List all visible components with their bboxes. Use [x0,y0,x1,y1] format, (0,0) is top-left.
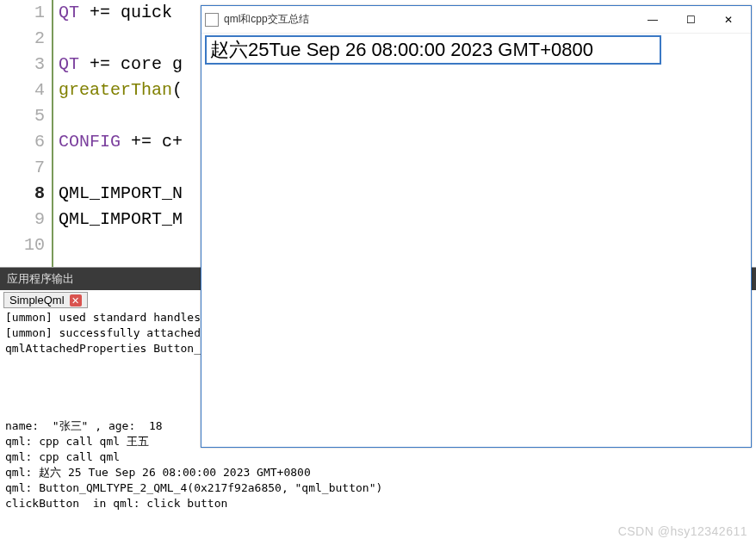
output-tab-label: SimpleQml [9,294,65,307]
line-number: 8 [0,181,45,207]
line-number: 5 [0,103,45,129]
code-line[interactable] [59,103,183,129]
line-number: 3 [0,52,45,77]
code-line[interactable]: QML_IMPORT_M [59,207,183,232]
line-number: 7 [0,155,45,181]
code-line[interactable]: QML_IMPORT_N [59,181,183,207]
line-number: 9 [0,207,45,232]
titlebar[interactable]: qml和cpp交互总结 — ☐ ✕ [201,6,751,34]
code-line[interactable] [59,232,183,258]
code-line[interactable] [59,155,183,181]
code-line[interactable]: QT += core g [59,52,183,77]
code-line[interactable]: greaterThan( [59,77,183,103]
line-number: 4 [0,77,45,103]
output-tab[interactable]: SimpleQml ✕ [3,292,88,308]
code-line[interactable]: CONFIG += c+ [59,129,183,155]
window-title: qml和cpp交互总结 [224,12,309,27]
line-number: 10 [0,232,45,258]
line-gutter: 12345678910 [0,0,53,267]
watermark: CSDN @hsy12342611 [618,524,747,538]
line-number: 2 [0,26,45,52]
window-content [201,34,751,66]
line-number: 6 [0,129,45,155]
minimize-button[interactable]: — [634,7,672,33]
app-window: qml和cpp交互总结 — ☐ ✕ [201,5,752,448]
line-number: 1 [0,0,45,26]
maximize-button[interactable]: ☐ [672,7,710,33]
close-icon[interactable]: ✕ [70,294,82,307]
text-input[interactable] [205,35,661,65]
output-header-label: 应用程序输出 [7,271,74,287]
app-icon [205,13,219,27]
code-line[interactable] [59,26,183,52]
close-button[interactable]: ✕ [710,7,747,33]
code-line[interactable]: QT += quick [59,0,183,26]
code-content[interactable]: QT += quickQT += core ggreaterThan(CONFI… [53,0,183,267]
